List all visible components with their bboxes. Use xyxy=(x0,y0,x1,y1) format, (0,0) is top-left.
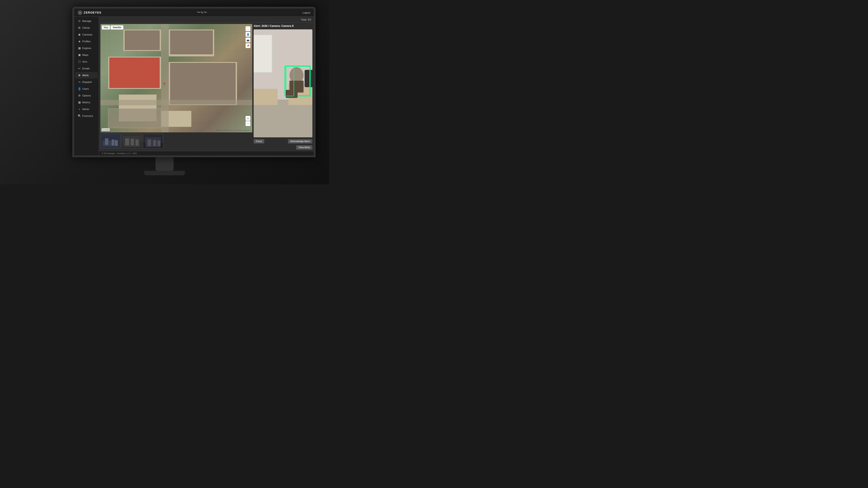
thumbnail-3[interactable] xyxy=(143,134,163,149)
map-tabs: Map Satellite xyxy=(102,25,123,30)
map-container: Map Satellite xyxy=(100,24,252,132)
dispatch-icon: ↪ xyxy=(78,80,81,84)
monitor-base xyxy=(144,171,185,175)
logout-button[interactable]: Logout xyxy=(303,11,310,14)
camera-feed xyxy=(254,29,312,137)
acknowledge-alarm-button[interactable]: Acknowledge Alarm xyxy=(288,139,312,143)
zeroeyes-logo-icon xyxy=(78,10,82,15)
svg-rect-19 xyxy=(158,140,160,146)
camera-scene xyxy=(254,29,312,137)
users-icon: 👤 xyxy=(78,87,81,90)
sidebar-item-metrics[interactable]: ▦ Metrics xyxy=(75,99,98,105)
zoom-out-btn[interactable]: − xyxy=(246,121,250,126)
sidebar-label-users: Users xyxy=(82,88,89,90)
thumbnails-row xyxy=(100,134,252,150)
sidebar-item-dispatch[interactable]: ↪ Dispatch xyxy=(75,79,98,85)
sidebar-item-engines[interactable]: ▦ Engines xyxy=(75,45,98,51)
svg-rect-13 xyxy=(135,139,139,145)
map-person-btn[interactable]: 👤 xyxy=(246,32,250,37)
emails-icon: ↩ xyxy=(78,67,81,70)
map-attribution: Map data ©2020 Terms of use Report a map… xyxy=(216,129,251,131)
sidebar-label-alerts: Alerts xyxy=(82,74,89,76)
sidebar-item-options[interactable]: ⚙ Options xyxy=(75,92,98,99)
svg-rect-12 xyxy=(131,139,134,145)
sidebar-item-profiles[interactable]: ◈ Profiles xyxy=(75,38,98,44)
sidebar-item-alerts[interactable]: ⊗ Alerts xyxy=(75,72,98,78)
top-bar: Total: 3/3 xyxy=(99,17,314,23)
monitor-stand xyxy=(156,157,174,171)
sidebar-item-emails[interactable]: ↩ Emails xyxy=(75,65,98,72)
sidebar-label-dispatch: Dispatch xyxy=(82,80,92,84)
svg-rect-23 xyxy=(254,89,278,105)
app-footer: © ZE-Manager - ZeroEyes, LLC - 2020 xyxy=(99,151,314,156)
left-panel: Map Satellite xyxy=(100,24,252,150)
svg-rect-18 xyxy=(153,140,156,146)
maps-icon: ▣ xyxy=(78,53,81,57)
svg-rect-6 xyxy=(112,139,114,145)
focus-button[interactable]: Focus xyxy=(254,139,264,143)
map-marker-btn[interactable]: 📌 xyxy=(246,43,250,48)
sms-icon: ☐ xyxy=(78,60,81,63)
thumb-img-1 xyxy=(101,134,121,148)
total-count: Total: 3/3 xyxy=(301,18,311,21)
cameras-icon: ◉ xyxy=(78,33,81,36)
thumb-img-3 xyxy=(143,134,163,148)
map-fullscreen-btn[interactable]: ⛶ xyxy=(246,26,250,31)
forensics-icon: 🔍 xyxy=(78,114,81,118)
sidebar-label-cameras: Cameras xyxy=(82,33,92,36)
app-header: ZEROEYES 〜∿〜 Logout xyxy=(74,8,314,17)
sidebar-item-cameras[interactable]: ◉ Cameras xyxy=(75,31,98,38)
clients-icon: ⊞ xyxy=(78,26,81,29)
logo-area: ZEROEYES xyxy=(78,10,101,15)
sidebar-item-admin[interactable]: ▪ Admin xyxy=(75,106,98,112)
zoom-in-btn[interactable]: + xyxy=(246,116,250,121)
admin-icon: ▪ xyxy=(78,107,81,111)
app-container: ZEROEYES 〜∿〜 Logout ⊙ Manage ⊞ Clients xyxy=(74,8,314,156)
monitor-frame: ZEROEYES 〜∿〜 Logout ⊙ Manage ⊞ Clients xyxy=(72,7,315,157)
content-area: Total: 3/3 Map Satellite xyxy=(99,17,314,156)
detection-box xyxy=(284,66,294,96)
sidebar-label-maps: Maps xyxy=(82,54,88,56)
thumbnail-2[interactable] xyxy=(122,134,142,149)
options-icon: ⚙ xyxy=(78,94,81,97)
thumbnail-1[interactable] xyxy=(100,134,121,149)
main-panels: Map Satellite xyxy=(99,23,314,151)
header-center: 〜∿〜 xyxy=(197,10,207,15)
main-layout: ⊙ Manage ⊞ Clients ◉ Cameras ◈ Profiles … xyxy=(74,17,314,156)
svg-rect-26 xyxy=(305,70,312,87)
sidebar-label-engines: Engines xyxy=(82,47,91,50)
profiles-icon: ◈ xyxy=(78,40,81,43)
sidebar-item-sms[interactable]: ☐ Sms xyxy=(75,59,98,65)
sidebar-item-forensics[interactable]: 🔍 Forensics xyxy=(75,113,98,119)
sidebar-label-admin: Admin xyxy=(82,108,89,110)
alert-title: Alert: 2430 / Camera: Camera 9 xyxy=(254,24,312,28)
sidebar-item-maps[interactable]: ▣ Maps xyxy=(75,52,98,58)
map-camera-btn[interactable]: 📷 xyxy=(246,37,250,42)
svg-rect-17 xyxy=(148,139,151,146)
google-logo: Google xyxy=(102,128,110,131)
engines-icon: ▦ xyxy=(78,46,81,50)
svg-rect-5 xyxy=(105,138,108,145)
metrics-icon: ▦ xyxy=(78,101,81,104)
svg-point-2 xyxy=(80,12,81,13)
sidebar: ⊙ Manage ⊞ Clients ◉ Cameras ◈ Profiles … xyxy=(74,17,99,156)
svg-rect-7 xyxy=(115,140,118,146)
sidebar-label-metrics: Metrics xyxy=(82,101,90,104)
sidebar-item-clients[interactable]: ⊞ Clients xyxy=(75,25,98,31)
clear-alerts-button[interactable]: Clear Alerts xyxy=(296,145,312,150)
satellite-map: 📍 ⛶ 👤 📷 📌 + − xyxy=(100,24,252,132)
svg-rect-11 xyxy=(125,138,129,145)
sidebar-item-manage[interactable]: ⊙ Manage xyxy=(75,18,98,24)
logo-text: ZEROEYES xyxy=(84,11,101,14)
alerts-icon: ⊗ xyxy=(78,74,81,77)
right-panel: Alert: 2430 / Camera: Camera 9 xyxy=(254,24,312,150)
sidebar-label-forensics: Forensics xyxy=(82,115,93,117)
sidebar-label-emails: Emails xyxy=(82,67,90,70)
camera-buttons: Focus Acknowledge Alarm xyxy=(254,139,312,144)
map-tab-map[interactable]: Map xyxy=(102,25,110,30)
sidebar-label-manage: Manage xyxy=(82,20,91,22)
map-tab-satellite[interactable]: Satellite xyxy=(111,25,123,30)
sidebar-item-users[interactable]: 👤 Users xyxy=(75,86,98,92)
sidebar-label-clients: Clients xyxy=(82,26,90,29)
svg-rect-22 xyxy=(254,35,272,72)
